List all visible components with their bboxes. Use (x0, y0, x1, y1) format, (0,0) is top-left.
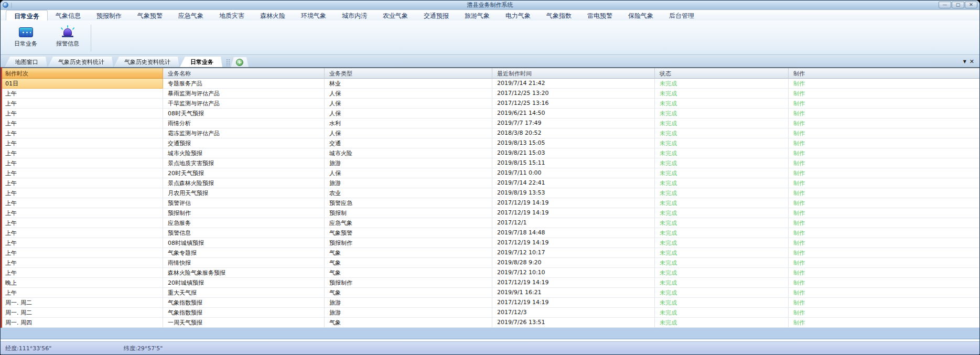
table-cell: 2019/7/14 22:41 (492, 178, 655, 188)
column-header[interactable]: 业务类型 (325, 68, 492, 79)
table-row[interactable]: 上午干旱监测与评估产品人保2017/12/25 13:16未完成制作 (1, 99, 979, 109)
table-row[interactable]: 上午暴雨监测与评估产品人保2017/12/25 13:20未完成制作 (1, 89, 979, 99)
table-row[interactable]: 上午月农用天气预报农业2019/8/19 13:53未完成制作 (1, 188, 979, 198)
table-row[interactable]: 上午应急服务应急气象2017/12/1未完成制作 (1, 218, 979, 228)
menu-item[interactable]: 后台管理 (661, 10, 702, 20)
table-row[interactable]: 01日专题服务产品林业2019/7/14 21:42未完成制作 (1, 79, 979, 89)
close-button[interactable]: ✕ (965, 2, 977, 8)
column-header[interactable]: 状态 (655, 68, 789, 79)
menu-item[interactable]: 森林火险 (252, 10, 293, 20)
ribbon-button-daily-business[interactable]: 日常业务 (5, 23, 47, 53)
table-row[interactable]: 上午重大天气报气象2019/9/1 16:21未完成制作 (1, 288, 979, 298)
make-link[interactable]: 制作 (793, 110, 805, 117)
table-row[interactable]: 上午预报制作预报制2017/12/19 14:19未完成制作 (1, 208, 979, 218)
column-header[interactable]: 制作时次 (1, 68, 163, 79)
table-cell: 气象 (325, 318, 492, 328)
menu-item[interactable]: 城市内涝 (334, 10, 375, 20)
table-row[interactable]: 上午08时城镇预报预报制作2017/12/19 14:19未完成制作 (1, 238, 979, 248)
table-cell: 气象 (325, 258, 492, 268)
make-link[interactable]: 制作 (793, 160, 805, 167)
menu-item[interactable]: 日常业务 (6, 10, 48, 20)
maximize-button[interactable]: ▢ (952, 2, 964, 8)
make-cell: 制作 (789, 218, 979, 228)
table-row[interactable]: 上午霜冻监测与评估产品人保2018/3/8 20:52未完成制作 (1, 128, 979, 138)
siren-dome (63, 28, 72, 36)
column-header[interactable]: 业务名称 (163, 68, 325, 79)
menu-item[interactable]: 保险气象 (620, 10, 661, 20)
menu-item[interactable]: 气象信息 (48, 10, 89, 20)
menu-item[interactable]: 预报制作 (89, 10, 130, 20)
table-row[interactable]: 周一. 周四一周天气预报气象2019/7/26 13:51未完成制作 (1, 318, 979, 328)
table-row[interactable]: 上午景点森林火险预报旅游2019/7/14 22:41未完成制作 (1, 178, 979, 188)
make-link[interactable]: 制作 (793, 220, 805, 227)
make-link[interactable]: 制作 (793, 130, 805, 137)
add-tab-button[interactable]: + (236, 59, 243, 66)
table-row[interactable]: 上午雨情分析水利2019/7/7 17:49未完成制作 (1, 119, 979, 128)
make-link[interactable]: 制作 (793, 170, 805, 177)
menu-item[interactable]: 地质灾害 (211, 10, 252, 20)
column-header[interactable]: 制作 (789, 68, 979, 79)
table-row[interactable]: 上午气象专题报气象2019/7/12 10:17未完成制作 (1, 248, 979, 258)
status-text: 未完成 (655, 79, 789, 89)
make-link[interactable]: 制作 (793, 150, 805, 157)
menu-item[interactable]: 气象指数 (539, 10, 579, 20)
latitude-readout: 纬度:29°57'5" (124, 345, 163, 352)
document-tab[interactable]: 气象历史资料统计 (48, 57, 113, 67)
make-link[interactable]: 制作 (793, 180, 805, 187)
make-link[interactable]: 制作 (793, 100, 805, 107)
make-link[interactable]: 制作 (793, 140, 805, 147)
table-row[interactable]: 上午交通预报交通2019/8/13 15:05未完成制作 (1, 138, 979, 148)
minimize-button[interactable]: — (939, 2, 951, 8)
status-text: 未完成 (655, 89, 789, 99)
make-link[interactable]: 制作 (793, 309, 805, 316)
table-row[interactable]: 上午雨情快报气象2019/8/28 9:20未完成制作 (1, 258, 979, 268)
make-link[interactable]: 制作 (793, 200, 805, 207)
make-cell: 制作 (789, 99, 979, 109)
make-link[interactable]: 制作 (793, 279, 805, 286)
table-row[interactable]: 周一. 周二气象指数预报旅游2017/12/19 14:19未完成制作 (1, 298, 979, 308)
table-cell: 气象指数预报 (163, 308, 325, 318)
make-link[interactable]: 制作 (793, 80, 805, 87)
tab-close-icon[interactable]: ✕ (970, 59, 974, 65)
make-link[interactable]: 制作 (793, 289, 805, 296)
make-link[interactable]: 制作 (793, 270, 805, 276)
table-row[interactable]: 晚上20时城镇预报预报制作2017/12/19 14:19未完成制作 (1, 278, 979, 288)
menu-item[interactable]: 雷电预警 (579, 10, 620, 20)
table-row[interactable]: 周一. 周二气象指数预报旅游2017/12/3未完成制作 (1, 308, 979, 318)
table-row[interactable]: 上午08时天气预报人保2019/6/21 14:50未完成制作 (1, 109, 979, 119)
tab-list-dropdown-icon[interactable]: ▼ (963, 59, 966, 65)
menu-item[interactable]: 环境气象 (293, 10, 334, 20)
tab-grip-handle[interactable] (226, 59, 230, 66)
table-row[interactable]: 上午城市火险预报城市火险2019/8/21 15:03未完成制作 (1, 148, 979, 158)
siren-ray-icon (61, 27, 63, 30)
document-tab[interactable]: 地图窗口 (5, 57, 47, 67)
make-link[interactable]: 制作 (793, 260, 805, 266)
menu-item[interactable]: 电力气象 (498, 10, 539, 20)
make-link[interactable]: 制作 (793, 319, 805, 326)
table-cell: 霜冻监测与评估产品 (163, 128, 325, 138)
document-tab[interactable]: 气象历史资料统计 (114, 57, 179, 67)
table-row[interactable]: 上午预警信息气象预警2019/7/18 14:48未完成制作 (1, 228, 979, 238)
document-tab[interactable]: 日常业务 (180, 57, 222, 67)
make-link[interactable]: 制作 (793, 240, 805, 246)
table-row[interactable]: 上午森林火险气象服务预报气象2019/7/12 10:10未完成制作 (1, 268, 979, 278)
make-link[interactable]: 制作 (793, 190, 805, 197)
table-cell: 预警评估 (163, 198, 325, 208)
menu-item[interactable]: 应急气象 (170, 10, 211, 20)
make-cell: 制作 (789, 278, 979, 288)
table-row[interactable]: 上午景点地质灾害预报旅游2019/8/15 15:11未完成制作 (1, 158, 979, 168)
make-link[interactable]: 制作 (793, 120, 805, 127)
make-link[interactable]: 制作 (793, 230, 805, 236)
menu-item[interactable]: 农业气象 (375, 10, 416, 20)
table-row[interactable]: 上午20时天气预报人保2019/7/11 0:00未完成制作 (1, 168, 979, 178)
make-link[interactable]: 制作 (793, 250, 805, 256)
table-row[interactable]: 上午预警评估预警应急2017/12/19 14:19未完成制作 (1, 198, 979, 208)
column-header[interactable]: 最近制作时间 (492, 68, 655, 79)
menu-item[interactable]: 旅游气象 (457, 10, 498, 20)
make-link[interactable]: 制作 (793, 210, 805, 217)
ribbon-button-alarm-info[interactable]: 报警信息 (47, 23, 89, 53)
make-link[interactable]: 制作 (793, 90, 805, 97)
menu-item[interactable]: 气象预警 (130, 10, 170, 20)
menu-item[interactable]: 交通预报 (416, 10, 457, 20)
make-link[interactable]: 制作 (793, 299, 805, 306)
